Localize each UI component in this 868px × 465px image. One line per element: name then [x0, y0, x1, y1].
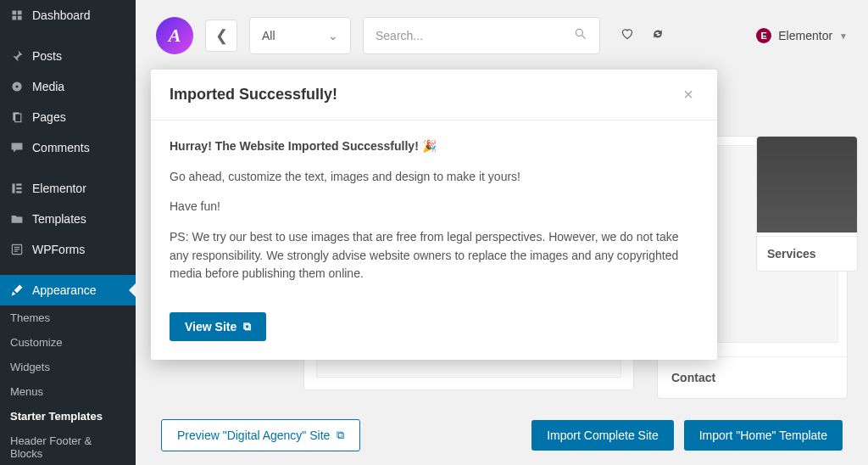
button-label: View Site [185, 320, 236, 333]
close-icon: × [683, 85, 693, 104]
modal-paragraph: Go ahead, customize the text, images and… [170, 168, 698, 187]
modal-close-button[interactable]: × [678, 85, 698, 104]
modal-lead-text: Hurray! The Website Imported Successfull… [170, 137, 698, 156]
external-link-icon: ⧉ [243, 320, 251, 333]
modal-header: Imported Successfully! × [151, 70, 717, 120]
view-site-button[interactable]: View Site ⧉ [170, 312, 266, 341]
modal-title: Imported Successfully! [170, 86, 337, 104]
modal-body: Hurray! The Website Imported Successfull… [151, 120, 717, 302]
modal-paragraph: Have fun! [170, 198, 698, 216]
modal-overlay: Imported Successfully! × Hurray! The Web… [0, 0, 868, 465]
modal-footer: View Site ⧉ [151, 302, 717, 360]
import-success-modal: Imported Successfully! × Hurray! The Web… [151, 70, 717, 360]
modal-paragraph: PS: We try our best to use images that a… [170, 228, 698, 283]
